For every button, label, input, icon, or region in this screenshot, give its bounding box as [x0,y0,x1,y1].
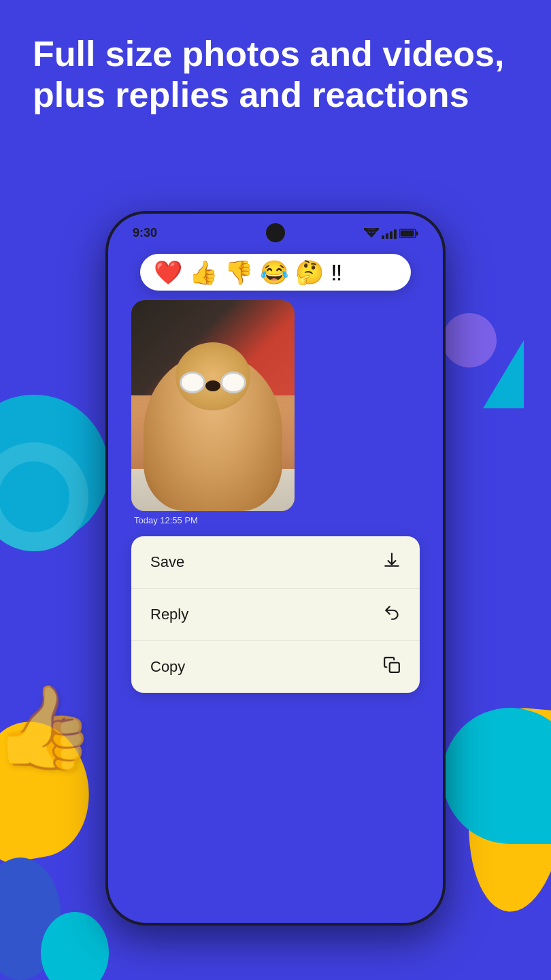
svg-rect-6 [390,663,399,672]
dog-photo [131,300,295,511]
context-menu-save[interactable]: Save [131,536,420,589]
reaction-laughing[interactable]: 😂 [260,261,288,284]
reaction-thumbs-up[interactable]: 👍 [189,261,218,284]
status-time: 9:30 [133,226,157,240]
blue-bottom-left-shape [0,858,61,980]
save-label: Save [150,553,184,571]
context-menu-reply[interactable]: Reply [131,589,420,641]
copy-icon [383,656,401,678]
signal-bars [382,228,397,239]
reply-icon [383,604,401,625]
svg-rect-4 [401,230,414,236]
teal-circle-shape [0,395,109,544]
page-title: Full size photos and videos, plus replie… [33,34,518,116]
wifi-icon [364,228,379,239]
reaction-exclamation[interactable]: ‼️ [331,261,342,284]
teal-bottom-left-shape [41,912,109,980]
camera-notch [266,223,285,242]
message-container: Today 12:55 PM [131,300,429,525]
context-menu: Save Reply [131,536,420,693]
thumbs-up-decoration: 👍 [0,680,95,776]
reaction-thinking[interactable]: 🤔 [295,261,324,284]
context-menu-copy[interactable]: Copy [131,641,420,693]
teal-triangle-shape [483,340,524,408]
message-image-bubble [131,300,295,511]
svg-rect-5 [416,231,418,235]
purple-circle-shape [442,313,497,368]
battery-icon [399,229,418,238]
phone-frame: 9:30 [105,211,446,926]
reaction-bar: ❤️ 👍 👎 😂 🤔 ‼️ [140,254,411,291]
status-icons [364,228,418,239]
phone-screen: 9:30 [108,214,443,923]
yellow-blob-right-shape [461,704,551,915]
phone-mockup: 9:30 [105,211,446,926]
status-bar: 9:30 [108,214,443,247]
reaction-heart[interactable]: ❤️ [154,261,182,284]
reply-label: Reply [150,606,188,623]
chat-area: ❤️ 👍 👎 😂 🤔 ‼️ [108,247,443,700]
message-timestamp: Today 12:55 PM [134,515,429,525]
copy-label: Copy [150,658,185,676]
teal-ring-shape [0,442,88,551]
save-icon [383,551,401,573]
reaction-thumbs-down[interactable]: 👎 [224,261,253,284]
teal-bottom-right-shape [442,708,551,844]
